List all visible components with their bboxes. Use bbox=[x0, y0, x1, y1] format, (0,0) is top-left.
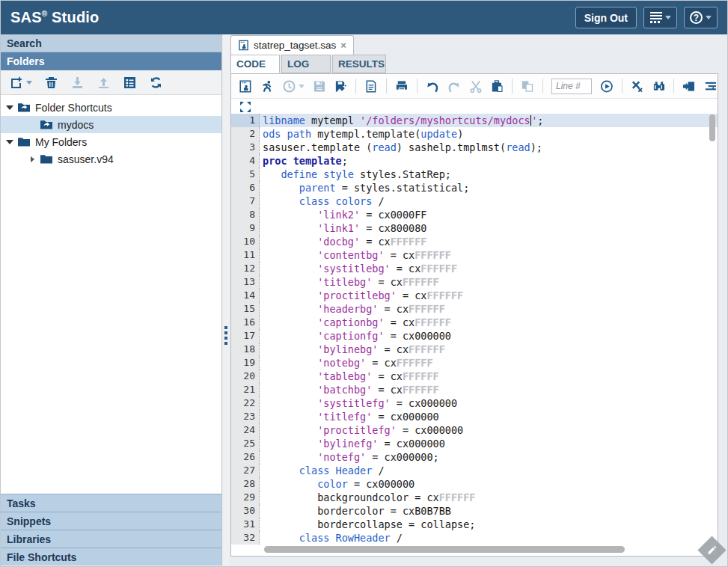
code-line-22[interactable]: 22 'systitlefg' = cx000000 bbox=[231, 396, 718, 410]
section-header-libraries[interactable]: Libraries bbox=[1, 530, 221, 548]
download-icon bbox=[70, 76, 85, 90]
code-line-5[interactable]: 5 define style styles.StatRep; bbox=[231, 168, 718, 181]
run-icon[interactable] bbox=[260, 79, 274, 94]
tab-code[interactable]: CODE bbox=[230, 55, 280, 73]
section-header-snippets[interactable]: Snippets bbox=[1, 512, 221, 530]
copy-icon[interactable] bbox=[521, 79, 534, 94]
code-line-26[interactable]: 26 'notefg' = cx000000; bbox=[231, 450, 718, 464]
download-button[interactable] bbox=[70, 76, 85, 90]
horizontal-scrollbar[interactable] bbox=[264, 546, 625, 553]
undo-icon[interactable] bbox=[426, 79, 439, 94]
code-text: define style styles.StatRep; bbox=[260, 168, 451, 181]
print-icon[interactable] bbox=[395, 79, 409, 94]
code-line-19[interactable]: 19 'notebg' = cxFFFFFF bbox=[231, 356, 718, 370]
new-item-button[interactable] bbox=[10, 76, 32, 90]
code-editor-panel: 1libname mytempl '/folders/myshortcuts/m… bbox=[230, 73, 718, 557]
code-line-4[interactable]: 4proc template; bbox=[231, 154, 718, 168]
code-text: 'contentbg' = cxFFFFFF bbox=[260, 248, 451, 262]
save-icon[interactable] bbox=[313, 79, 326, 94]
upload-button[interactable] bbox=[97, 76, 111, 90]
cut-icon[interactable] bbox=[469, 79, 483, 94]
section-header-tasks[interactable]: Tasks bbox=[1, 494, 221, 512]
indent-icon[interactable] bbox=[682, 79, 696, 94]
line-number: 21 bbox=[231, 383, 260, 396]
new-program-icon[interactable] bbox=[239, 79, 252, 94]
code-text: libname mytempl '/folders/myshortcuts/my… bbox=[260, 114, 543, 127]
sign-out-button[interactable]: Sign Out bbox=[575, 7, 637, 28]
properties-button[interactable] bbox=[123, 76, 137, 90]
chevron-down-icon bbox=[299, 85, 305, 88]
code-line-32[interactable]: 32 class RowHeader / bbox=[231, 531, 718, 545]
help-menu-button[interactable]: ? bbox=[684, 7, 718, 28]
code-text: 'systitlebg' = cxFFFFFF bbox=[260, 262, 457, 275]
redo-icon[interactable] bbox=[447, 79, 461, 94]
search-section-header[interactable]: Search bbox=[1, 34, 221, 52]
code-line-28[interactable]: 28 color = cx000000 bbox=[231, 477, 718, 491]
folders-section-header[interactable]: Folders bbox=[1, 52, 221, 70]
close-tab-icon[interactable]: × bbox=[340, 40, 346, 50]
code-line-6[interactable]: 6 parent = styles.statistical; bbox=[231, 181, 718, 194]
line-number: 12 bbox=[231, 262, 260, 275]
code-line-7[interactable]: 7 class colors / bbox=[231, 194, 718, 208]
paste-icon[interactable] bbox=[490, 79, 504, 94]
section-header-file-shortcuts[interactable]: File Shortcuts bbox=[1, 548, 221, 566]
code-line-20[interactable]: 20 'tablebg' = cxFFFFFF bbox=[231, 370, 718, 383]
format-code-icon[interactable] bbox=[704, 79, 718, 94]
tree-item-mydocs[interactable]: mydocs bbox=[1, 116, 221, 133]
line-number: 24 bbox=[231, 423, 260, 437]
properties-list-icon bbox=[123, 76, 137, 90]
collapse-icon[interactable] bbox=[5, 105, 14, 110]
delete-button[interactable] bbox=[44, 76, 58, 90]
expand-icon[interactable] bbox=[28, 156, 37, 162]
tab-log[interactable]: LOG bbox=[281, 55, 331, 73]
tab-statrep-tagset[interactable]: statrep_tagset.sas × bbox=[230, 35, 354, 55]
line-number: 30 bbox=[231, 504, 260, 518]
code-line-10[interactable]: 10 'docbg' = cxFFFFFF bbox=[231, 235, 718, 248]
tree-item-sasuser-v94[interactable]: sasuser.v94 bbox=[1, 150, 221, 168]
line-number: 31 bbox=[231, 518, 260, 531]
code-line-2[interactable]: 2ods path mytempl.template(update) bbox=[231, 127, 718, 141]
code-editor[interactable]: 1libname mytempl '/folders/myshortcuts/m… bbox=[231, 99, 718, 556]
line-number: 9 bbox=[231, 221, 260, 235]
find-replace-icon[interactable] bbox=[652, 79, 666, 94]
code-line-27[interactable]: 27 class Header / bbox=[231, 464, 718, 477]
section-accordion: TasksSnippetsLibrariesFile Shortcuts bbox=[1, 494, 221, 566]
clear-code-icon[interactable] bbox=[631, 79, 644, 94]
code-line-24[interactable]: 24 'proctitlefg' = cx000000 bbox=[231, 423, 718, 437]
code-line-17[interactable]: 17 'captionfg' = cx000000 bbox=[231, 329, 718, 343]
code-text: 'proctitlebg' = cxFFFFFF bbox=[260, 289, 463, 302]
goto-line-input[interactable] bbox=[551, 79, 592, 94]
code-line-1[interactable]: 1libname mytempl '/folders/myshortcuts/m… bbox=[231, 114, 718, 127]
collapse-icon[interactable] bbox=[5, 140, 14, 144]
code-line-14[interactable]: 14 'proctitlebg' = cxFFFFFF bbox=[231, 289, 718, 302]
tree-item-my-folders[interactable]: My Folders bbox=[1, 133, 221, 150]
submission-history-button[interactable] bbox=[282, 79, 305, 94]
code-line-30[interactable]: 30 bordercolor = cxB0B7BB bbox=[231, 504, 718, 518]
code-line-21[interactable]: 21 'batchbg' = cxFFFFFF bbox=[231, 383, 718, 396]
line-number: 23 bbox=[231, 410, 260, 423]
code-line-25[interactable]: 25 'bylinefg' = cx000000 bbox=[231, 437, 718, 450]
code-line-8[interactable]: 8 'link2' = cx0000FF bbox=[231, 208, 718, 221]
code-line-23[interactable]: 23 'titlefg' = cx000000 bbox=[231, 410, 718, 423]
maximize-view-icon[interactable] bbox=[239, 101, 251, 113]
code-line-31[interactable]: 31 bordercollapse = collapse; bbox=[231, 518, 718, 531]
code-line-13[interactable]: 13 'titlebg' = cxFFFFFF bbox=[231, 275, 718, 289]
code-line-12[interactable]: 12 'systitlebg' = cxFFFFFF bbox=[231, 262, 718, 275]
new-item-icon bbox=[10, 76, 24, 90]
vertical-scrollbar[interactable] bbox=[709, 114, 715, 141]
code-line-3[interactable]: 3sasuser.template (read) sashelp.tmplmst… bbox=[231, 141, 718, 154]
tab-results[interactable]: RESULTS bbox=[332, 55, 386, 73]
save-as-icon[interactable] bbox=[334, 79, 348, 94]
application-menu-button[interactable] bbox=[643, 7, 677, 28]
refresh-button[interactable] bbox=[149, 76, 163, 90]
code-line-18[interactable]: 18 'bylinebg' = cxFFFFFF bbox=[231, 343, 718, 356]
code-line-11[interactable]: 11 'contentbg' = cxFFFFFF bbox=[231, 248, 718, 262]
code-line-29[interactable]: 29 backgroundcolor = cxFFFFFF bbox=[231, 491, 718, 504]
code-line-16[interactable]: 16 'captionbg' = cxFFFFFF bbox=[231, 316, 718, 329]
code-line-15[interactable]: 15 'headerbg' = cxFFFFFF bbox=[231, 302, 718, 316]
tree-item-folder-shortcuts[interactable]: Folder Shortcuts bbox=[1, 99, 221, 116]
code-line-9[interactable]: 9 'link1' = cx800080 bbox=[231, 221, 718, 235]
print-code-icon[interactable] bbox=[364, 79, 378, 94]
pane-splitter[interactable] bbox=[223, 34, 230, 566]
goto-line-icon[interactable] bbox=[600, 79, 614, 94]
